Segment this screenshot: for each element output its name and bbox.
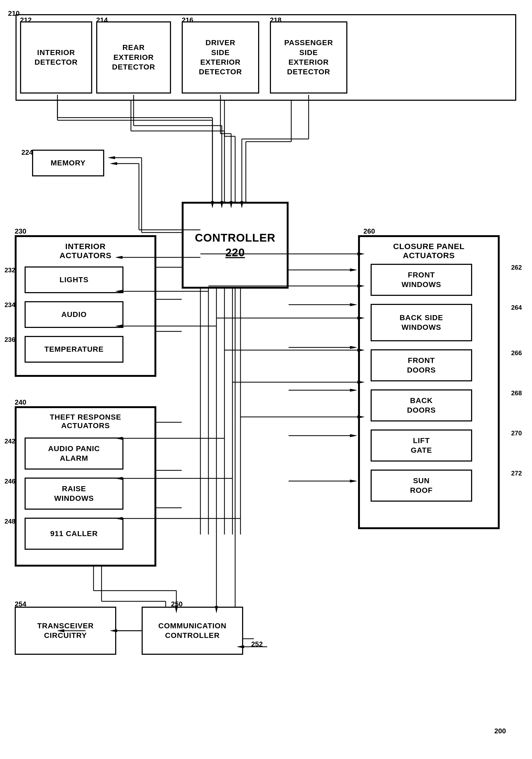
ref-260: 260 <box>363 227 375 235</box>
audio-panic-box: AUDIO PANICALARM <box>24 437 124 469</box>
svg-marker-36 <box>350 303 357 306</box>
theft-response-group: THEFT RESPONSEACTUATORS 242 AUDIO PANICA… <box>15 406 156 567</box>
caller-911-box: 911 CALLER <box>24 518 124 550</box>
ref-264: 264 <box>511 304 522 311</box>
transceiver-box: TRANSCEIVERCIRCUITRY <box>15 607 116 655</box>
controller-box: CONTROLLER220 <box>182 202 288 289</box>
interior-actuators-label: INTERIORACTUATORS <box>17 242 154 260</box>
ref-232: 232 <box>5 266 15 274</box>
ref-234: 234 <box>5 301 15 309</box>
patent-diagram: 210 200 212 INTERIOR DETECTOR 214 REAREX… <box>0 0 532 759</box>
ref-262: 262 <box>511 264 522 271</box>
driver-side-detector-box: DRIVERSIDEEXTERIORDETECTOR <box>182 21 259 94</box>
ref-272: 272 <box>511 469 522 477</box>
audio-box: AUDIO <box>24 301 124 328</box>
svg-marker-109 <box>110 162 117 165</box>
sun-roof-box: SUNROOF <box>371 469 472 501</box>
theft-response-label: THEFT RESPONSEACTUATORS <box>17 413 154 430</box>
svg-marker-42 <box>350 434 357 437</box>
lights-box: LIGHTS <box>24 266 124 293</box>
ref-266: 266 <box>511 349 522 357</box>
back-doors-box: BACKDOORS <box>371 389 472 421</box>
passenger-side-detector-box: PASSENGERSIDEEXTERIORDETECTOR <box>270 21 347 94</box>
ref-230: 230 <box>15 227 26 235</box>
closure-panel-label: CLOSURE PANELACTUATORS <box>360 242 498 260</box>
ref-270: 270 <box>511 429 522 437</box>
svg-marker-20 <box>108 156 115 159</box>
ref-246: 246 <box>5 478 15 485</box>
temperature-box: TEMPERATURE <box>24 336 124 363</box>
ref-210: 210 <box>8 9 19 18</box>
front-windows-box: FRONTWINDOWS <box>371 264 472 296</box>
back-side-windows-box: BACK SIDEWINDOWS <box>371 304 472 341</box>
ref-224: 224 <box>21 148 33 157</box>
front-doors-box: FRONTDOORS <box>371 349 472 381</box>
ref-242: 242 <box>5 437 15 445</box>
ref-248: 248 <box>5 518 15 525</box>
svg-marker-40 <box>350 389 357 391</box>
memory-box: MEMORY <box>32 150 104 177</box>
interior-detector-box: INTERIOR DETECTOR <box>20 21 92 94</box>
ref-252: 252 <box>251 640 263 648</box>
rear-exterior-detector-box: REAREXTERIORDETECTOR <box>96 21 171 94</box>
ref-236: 236 <box>5 336 15 343</box>
lift-gate-box: LIFTGATE <box>371 429 472 461</box>
raise-windows-box: RAISEWINDOWS <box>24 478 124 510</box>
svg-marker-34 <box>350 268 357 271</box>
svg-marker-44 <box>350 480 357 482</box>
svg-marker-38 <box>350 346 357 349</box>
closure-panel-group: CLOSURE PANELACTUATORS 262 FRONTWINDOWS … <box>358 235 500 529</box>
ref-268: 268 <box>511 389 522 397</box>
interior-actuators-group: INTERIORACTUATORS 232 LIGHTS 234 AUDIO 2… <box>15 235 156 377</box>
ref-240: 240 <box>15 398 26 407</box>
ref-200: 200 <box>494 727 506 735</box>
comm-controller-box: COMMUNICATIONCONTROLLER <box>142 607 243 655</box>
